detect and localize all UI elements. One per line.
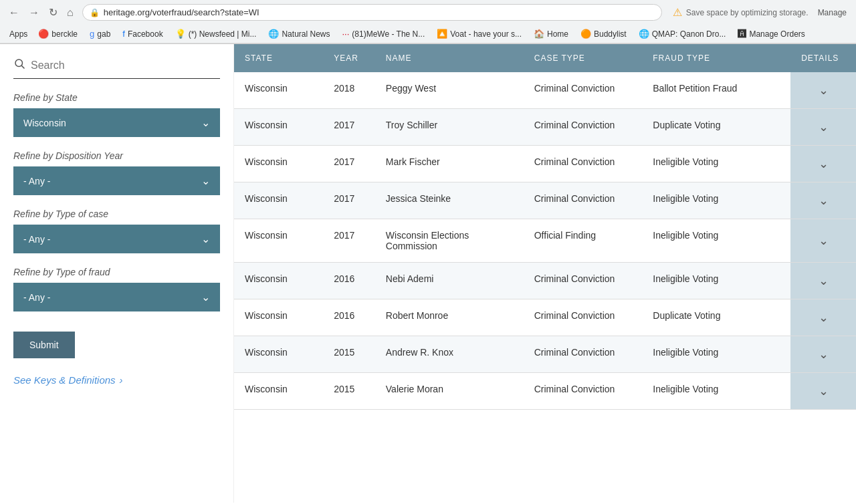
bookmark-gab[interactable]: g gab — [84, 27, 116, 40]
details-cell[interactable]: ⌄ — [790, 146, 856, 182]
fraudtype-chevron-icon: ⌄ — [201, 291, 210, 303]
newsfeed-icon: 💡 — [175, 29, 186, 39]
home-nav-button[interactable]: ⌂ — [64, 5, 77, 20]
main-content: State Year Name Case Type Fraud Type Det… — [234, 44, 856, 503]
state-chevron-icon: ⌄ — [201, 116, 210, 129]
table-row: Wisconsin2017Troy SchillerCriminal Convi… — [234, 109, 856, 146]
back-button[interactable]: ← — [5, 5, 23, 20]
bookmark-naturalnews[interactable]: 🌐 Natural News — [263, 27, 335, 40]
refine-casetype-label: Refine by Type of case — [13, 209, 220, 219]
submit-button[interactable]: Submit — [13, 332, 75, 358]
bookmarks-bar: Apps 🔴 berckle g gab f Facebook 💡 (*) Ne… — [0, 25, 856, 43]
col-header-casetype: Case Type — [524, 44, 643, 72]
table-cell: Peggy West — [375, 72, 524, 109]
table-cell: Wisconsin — [234, 182, 323, 219]
lock-icon: 🔒 — [90, 8, 100, 17]
bookmark-newsfeed[interactable]: 💡 (*) Newsfeed | Mi... — [170, 27, 262, 40]
details-chevron-icon: ⌄ — [819, 194, 829, 207]
table-cell: Wisconsin — [234, 146, 323, 182]
home-bm-label: Home — [547, 29, 568, 39]
bookmark-voat[interactable]: 🔼 Voat - have your s... — [431, 27, 527, 40]
bookmark-home[interactable]: 🏠 Home — [528, 27, 574, 40]
col-header-fraudtype: Fraud Type — [642, 44, 790, 72]
nav-buttons: ← → ↻ ⌂ — [5, 5, 77, 20]
state-dropdown[interactable]: Wisconsin ⌄ — [13, 108, 220, 137]
fraudtype-dropdown[interactable]: - Any - ⌄ — [13, 283, 220, 311]
table-cell: Duplicate Voting — [642, 109, 790, 146]
newsfeed-label: (*) Newsfeed | Mi... — [189, 29, 257, 39]
casetype-dropdown[interactable]: - Any - ⌄ — [13, 225, 220, 253]
details-cell[interactable]: ⌄ — [790, 263, 856, 299]
naturalnews-label: Natural News — [282, 29, 330, 39]
table-cell: Criminal Conviction — [524, 72, 643, 109]
search-container — [13, 57, 220, 79]
casetype-chevron-icon: ⌄ — [201, 233, 210, 245]
details-cell[interactable]: ⌄ — [790, 72, 856, 109]
table-cell: Troy Schiller — [375, 109, 524, 146]
table-cell: Ineligible Voting — [642, 219, 790, 263]
table-row: Wisconsin2017Mark FischerCriminal Convic… — [234, 146, 856, 182]
search-input[interactable] — [31, 59, 220, 72]
bookmark-mewe[interactable]: ··· (81)MeWe - The N... — [336, 27, 430, 40]
apps-button[interactable]: Apps — [5, 28, 31, 40]
table-cell: Criminal Conviction — [524, 146, 643, 182]
bookmark-buddylist[interactable]: 🟠 Buddylist — [575, 27, 632, 40]
col-header-details: Details — [790, 44, 856, 72]
table-cell: Wisconsin — [234, 219, 323, 263]
table-cell: Duplicate Voting — [642, 299, 790, 336]
table-cell: 2015 — [323, 336, 375, 373]
svg-line-1 — [21, 66, 24, 68]
table-cell: 2016 — [323, 263, 375, 299]
table-cell: Criminal Conviction — [524, 182, 643, 219]
year-dropdown[interactable]: - Any - ⌄ — [13, 166, 220, 195]
table-header-row: State Year Name Case Type Fraud Type Det… — [234, 44, 856, 72]
table-cell: Criminal Conviction — [524, 299, 643, 336]
bookmark-facebook[interactable]: f Facebook — [117, 27, 168, 40]
year-chevron-icon: ⌄ — [201, 174, 210, 187]
mewe-label: (81)MeWe - The N... — [352, 29, 425, 39]
forward-button[interactable]: → — [25, 5, 43, 20]
details-cell[interactable]: ⌄ — [790, 336, 856, 373]
details-cell[interactable]: ⌄ — [790, 109, 856, 146]
table-cell: Ineligible Voting — [642, 373, 790, 410]
table-cell: 2018 — [323, 72, 375, 109]
bookmark-qmap[interactable]: 🌐 QMAP: Qanon Dro... — [633, 27, 732, 40]
results-table: State Year Name Case Type Fraud Type Det… — [234, 44, 856, 410]
url-text: heritage.org/voterfraud/search?state=WI — [104, 7, 655, 17]
details-chevron-icon: ⌄ — [819, 311, 829, 324]
table-cell: 2017 — [323, 219, 375, 263]
refine-year-label: Refine by Disposition Year — [13, 150, 220, 161]
mewe-icon: ··· — [342, 29, 349, 39]
see-keys-text: See Keys & Definitions — [13, 374, 116, 386]
bookmark-orders[interactable]: 🅰 Manage Orders — [732, 27, 810, 40]
table-cell: 2017 — [323, 109, 375, 146]
storage-warning-text: Save space by optimizing storage. — [686, 8, 809, 17]
browser-chrome: ← → ↻ ⌂ 🔒 heritage.org/voterfraud/search… — [0, 0, 856, 44]
manage-button[interactable]: Manage — [814, 7, 851, 19]
table-cell: Ballot Petition Fraud — [642, 72, 790, 109]
table-cell: Ineligible Voting — [642, 336, 790, 373]
details-chevron-icon: ⌄ — [819, 348, 829, 361]
refresh-button[interactable]: ↻ — [45, 5, 61, 20]
details-cell[interactable]: ⌄ — [790, 373, 856, 410]
table-cell: Wisconsin — [234, 263, 323, 299]
details-chevron-icon: ⌄ — [819, 274, 829, 287]
orders-label: Manage Orders — [749, 29, 805, 39]
see-keys-link[interactable]: See Keys & Definitions › — [13, 374, 220, 386]
berckle-icon: 🔴 — [38, 29, 49, 39]
details-cell[interactable]: ⌄ — [790, 299, 856, 336]
table-row: Wisconsin2015Valerie MoranCriminal Convi… — [234, 373, 856, 410]
table-cell: Official Finding — [524, 219, 643, 263]
table-cell: Criminal Conviction — [524, 109, 643, 146]
bookmark-berckle[interactable]: 🔴 berckle — [33, 27, 83, 40]
table-cell: Wisconsin — [234, 72, 323, 109]
fraudtype-selected-value: - Any - — [23, 292, 50, 303]
table-cell: Wisconsin Elections Commission — [375, 219, 524, 263]
address-bar[interactable]: 🔒 heritage.org/voterfraud/search?state=W… — [82, 4, 662, 21]
details-chevron-icon: ⌄ — [819, 157, 829, 170]
details-cell[interactable]: ⌄ — [790, 219, 856, 263]
naturalnews-icon: 🌐 — [268, 29, 279, 39]
home-bm-icon: 🏠 — [534, 29, 544, 39]
details-cell[interactable]: ⌄ — [790, 182, 856, 219]
facebook-label: Facebook — [128, 29, 163, 39]
